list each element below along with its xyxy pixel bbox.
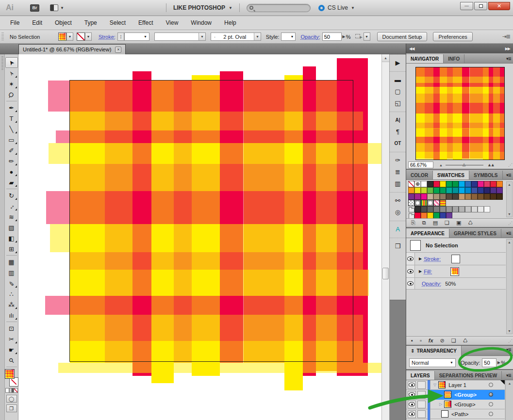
visibility-toggle[interactable] bbox=[406, 265, 415, 277]
paragraph-button[interactable]: ¶ bbox=[392, 126, 404, 137]
swatch-color[interactable] bbox=[459, 187, 465, 194]
swatch-color[interactable] bbox=[408, 194, 414, 200]
disclosure-icon[interactable]: ▽ bbox=[433, 383, 436, 387]
opacity-link[interactable]: Opacity: bbox=[422, 281, 441, 287]
layer-target-circle[interactable] bbox=[489, 412, 493, 416]
line-segment-tool[interactable]: ╲ bbox=[5, 124, 18, 134]
brushes-button[interactable]: ✑ bbox=[392, 155, 404, 165]
shape-builder-tool[interactable]: ◧ bbox=[5, 233, 18, 243]
artboard-tool[interactable]: ⊡ bbox=[5, 323, 18, 334]
add-effect-button[interactable]: fx bbox=[429, 338, 433, 343]
selection-tool[interactable]: ➤ bbox=[5, 57, 18, 68]
tab-appearance[interactable]: APPEARANCE bbox=[406, 229, 449, 238]
swatch-color[interactable] bbox=[490, 181, 496, 187]
swatch-color[interactable] bbox=[452, 187, 459, 194]
artwork[interactable] bbox=[45, 58, 381, 390]
layer-target-circle[interactable] bbox=[489, 402, 493, 406]
swatch-color[interactable] bbox=[440, 206, 446, 212]
tab-info[interactable]: INFO bbox=[444, 54, 464, 63]
swatch-color[interactable] bbox=[484, 187, 490, 194]
type-tool[interactable]: T bbox=[5, 113, 18, 124]
stroke-dropdown-arrow[interactable]: ▼ bbox=[85, 32, 92, 41]
menu-window[interactable]: Window bbox=[184, 17, 218, 29]
add-stroke-button[interactable]: ▪ bbox=[411, 338, 413, 343]
fill-dropdown-arrow[interactable]: ▼ bbox=[66, 32, 73, 41]
scroll-up-icon[interactable]: ▲ bbox=[508, 382, 512, 385]
opacity-link[interactable]: Opacity: bbox=[300, 34, 320, 40]
swatch-color[interactable] bbox=[496, 194, 503, 200]
scroll-up-icon[interactable]: ▲ bbox=[382, 54, 389, 62]
swatch-color[interactable] bbox=[427, 194, 433, 200]
swatch-color[interactable] bbox=[478, 187, 484, 194]
layer-row-content[interactable]: ▽Layer 1 bbox=[430, 380, 505, 390]
workspace-switcher[interactable]: LIKE PHOTOSHOP ▼ bbox=[173, 4, 232, 11]
swatch-color[interactable] bbox=[427, 206, 433, 212]
swatch-color[interactable] bbox=[471, 194, 478, 200]
swatch-color[interactable] bbox=[459, 206, 465, 212]
fill-plaid-indicator[interactable] bbox=[5, 370, 14, 378]
swatch-color[interactable] bbox=[478, 206, 484, 212]
rectangle-tool[interactable]: ▭ bbox=[5, 134, 18, 145]
swatch-color[interactable] bbox=[465, 194, 471, 200]
stroke-link[interactable]: Stroke: bbox=[424, 256, 441, 262]
swatch-color[interactable] bbox=[414, 194, 421, 200]
menu-help[interactable]: Help bbox=[218, 17, 243, 29]
swatch-color[interactable] bbox=[471, 181, 478, 187]
swatch-color[interactable] bbox=[446, 194, 452, 200]
transparency-title-tab[interactable]: ⇕ TRANSPARENCY bbox=[406, 346, 462, 356]
swatch-color[interactable] bbox=[421, 194, 427, 200]
menu-type[interactable]: Type bbox=[78, 17, 103, 29]
disclosure-icon[interactable]: ▷ bbox=[439, 402, 442, 406]
layer-row[interactable]: ▷<Group> bbox=[406, 390, 505, 400]
fill-stroke-indicator[interactable] bbox=[5, 370, 18, 386]
tab-layers[interactable]: LAYERS bbox=[406, 371, 435, 380]
swatches-scrollbar[interactable]: ▲▼ bbox=[506, 181, 513, 217]
gradient-button[interactable]: ▥ bbox=[392, 178, 404, 189]
resize-grip[interactable]: ⋰ bbox=[508, 221, 513, 226]
swatch-color[interactable] bbox=[440, 181, 446, 187]
rotate-tool[interactable]: ↻ bbox=[5, 190, 18, 201]
transform-button[interactable]: ▢ bbox=[392, 86, 404, 97]
swatch-color[interactable] bbox=[478, 194, 484, 200]
layers-scrollbar[interactable]: ▲ bbox=[505, 380, 513, 420]
menu-view[interactable]: View bbox=[160, 17, 185, 29]
navigator-zoom-input[interactable] bbox=[408, 162, 433, 168]
disclosure-icon[interactable]: ▶ bbox=[419, 257, 422, 261]
eraser-tool[interactable]: ▰ bbox=[5, 177, 18, 188]
resize-grip[interactable]: ⋰ bbox=[508, 162, 513, 167]
layer-row[interactable]: ▽Layer 1 bbox=[406, 380, 505, 390]
drawing-modes-button[interactable]: ◯ bbox=[6, 395, 17, 403]
swatch-color[interactable] bbox=[427, 187, 433, 194]
stroke-weight-combo[interactable]: ▼ bbox=[124, 32, 149, 41]
gradient-button[interactable] bbox=[9, 388, 14, 393]
restore-button[interactable] bbox=[474, 2, 487, 10]
delete-item-button[interactable]: ♺ bbox=[463, 338, 468, 343]
swatch-color[interactable] bbox=[465, 206, 471, 212]
tab-separations-preview[interactable]: SEPARATIONS PREVIEW bbox=[435, 371, 502, 380]
lock-toggle[interactable] bbox=[417, 410, 426, 418]
paintbrush-tool[interactable]: ✐ bbox=[5, 145, 18, 156]
swatch-color[interactable] bbox=[465, 187, 471, 194]
swatch-color[interactable] bbox=[452, 206, 459, 212]
character-styles-button[interactable]: A bbox=[392, 224, 404, 234]
delete-swatch-button[interactable]: ♺ bbox=[468, 220, 473, 226]
blob-brush-tool[interactable]: ● bbox=[5, 166, 18, 177]
swatch-color[interactable] bbox=[427, 181, 433, 187]
lasso-tool[interactable]: Ϙ bbox=[5, 89, 18, 100]
swatch-libraries-button[interactable]: ⎘ bbox=[411, 220, 415, 226]
swatch-color[interactable] bbox=[414, 206, 421, 212]
new-swatch-button[interactable]: ▣ bbox=[456, 220, 461, 226]
stroke-weight-stepper[interactable]: ▲▼ bbox=[117, 32, 124, 41]
blend-mode-combo[interactable]: Normal ▼ bbox=[409, 358, 456, 367]
opacity-stepper-arrow[interactable]: ▶ bbox=[342, 32, 346, 41]
swatch-color[interactable] bbox=[484, 194, 490, 200]
swatch-color[interactable] bbox=[484, 206, 490, 212]
stroke-none-swatch[interactable] bbox=[451, 255, 460, 263]
align-button[interactable]: ▬ bbox=[392, 74, 404, 85]
free-transform-tool[interactable]: ▧ bbox=[5, 222, 18, 233]
collapse-left-icon[interactable]: ◀◀ bbox=[409, 47, 414, 51]
panel-menu-icon[interactable]: ▾≣ bbox=[504, 231, 513, 238]
magic-wand-tool[interactable]: ✶ bbox=[5, 79, 18, 89]
stroke-panel-link[interactable]: Stroke: bbox=[99, 34, 116, 40]
close-document-icon[interactable]: × bbox=[115, 47, 121, 53]
